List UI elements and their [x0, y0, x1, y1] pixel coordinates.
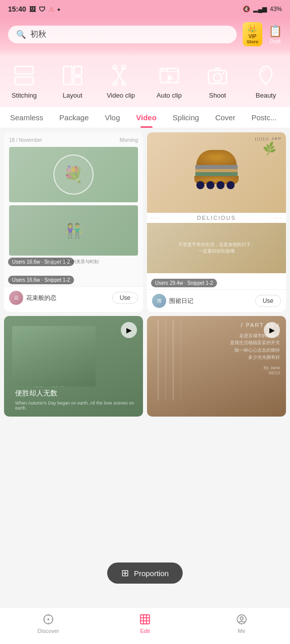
card2-badge: Users 29.4w · Snippet 1-2: [151, 279, 217, 287]
draft-label: Draft: [270, 39, 281, 44]
tools-row: Stitching Layout Video clip: [0, 56, 290, 107]
vip-crown-icon: 👑: [247, 24, 257, 34]
card4-part-label: / PART 01 /: [241, 322, 280, 328]
videoclip-label: Video clip: [107, 92, 135, 99]
card4-by: By Jane: [263, 365, 280, 370]
signal-icon: ▂▄▆: [253, 6, 267, 13]
edit-icon: [138, 613, 152, 626]
svg-point-17: [213, 73, 222, 82]
stitching-label: Stitching: [12, 92, 37, 99]
search-icon: 🔍: [16, 30, 26, 39]
card2-image-bottom: 不管是平常的生活，还是放假的日子。 一定要好好吃饭哦: [147, 223, 286, 273]
tab-package[interactable]: Package: [51, 107, 97, 128]
shoot-label: Shoot: [209, 92, 226, 99]
card-1: 18 / November Morning 💐 👫 收藏生活中的美景与时刻 Us…: [4, 132, 143, 312]
svg-point-18: [223, 72, 225, 74]
draft-button[interactable]: 📋 Draft: [268, 25, 282, 44]
discover-label: Discover: [38, 628, 59, 634]
shoot-icon: [204, 62, 231, 89]
mute-icon: 🔇: [243, 6, 250, 13]
card2-subtext1: 不管是平常的生活，还是放假的日子。: [178, 242, 255, 249]
vip-button[interactable]: 👑 VIP Store: [243, 22, 262, 46]
warning-icon: ⚠: [48, 6, 54, 13]
card1-badge: Users 16.6w · Snippet 1-2: [8, 276, 74, 284]
tool-autoclip[interactable]: Auto clip: [145, 62, 193, 99]
card2-use-button[interactable]: Use: [255, 295, 281, 307]
draft-icon: 📋: [268, 25, 282, 38]
svg-rect-4: [74, 77, 82, 85]
card4-wood-texture: [153, 320, 193, 403]
card2-author: 围 围裙日记: [152, 294, 193, 308]
videoclip-icon: [108, 62, 134, 89]
card3-play-button[interactable]: ▶: [121, 322, 137, 338]
layout-icon: [59, 62, 86, 89]
card1-avatar: 花: [9, 291, 23, 305]
card3-media: ▶ 金风玉露一相逢便胜却人无数 When Autumn's Day began …: [4, 316, 143, 417]
card1-media: 18 / November Morning 💐 👫 收藏生活中的美景与时刻: [4, 132, 143, 270]
card1-time: Morning: [120, 137, 138, 143]
status-bar: 15:40 🖼 🛡 ⚠ ● 🔇 ▂▄▆ 43%: [0, 0, 290, 18]
svg-point-35: [240, 617, 243, 620]
edit-label: Edit: [140, 628, 150, 634]
vip-label: VIP: [248, 34, 256, 39]
card1-footer: 花 花束般的恋 Use: [4, 286, 143, 309]
card2-footer: 围 围裙日记 Use: [147, 289, 286, 312]
card3-sub-text: When Autumn's Day began on earth. All th…: [15, 400, 137, 411]
search-box[interactable]: 🔍: [8, 26, 237, 43]
card1-image1: 💐: [9, 147, 138, 202]
beauty-icon: [253, 62, 279, 89]
svg-point-24: [48, 619, 49, 620]
tab-vlog[interactable]: Vlog: [97, 107, 128, 128]
tab-cover[interactable]: Cover: [207, 107, 243, 128]
beauty-label: Beauty: [256, 92, 276, 99]
card2-dots-row: · · · DELICIOUS · · ·: [147, 213, 286, 223]
svg-rect-1: [15, 77, 33, 85]
svg-rect-3: [74, 66, 82, 75]
card2-dots-left: · · ·: [151, 215, 159, 221]
card-4: ▶ / PART 01 / 走进古城市的咖啡厅是我生活稳稳妥妥的开关除一杯心心念…: [147, 316, 286, 417]
card-2: ||||||| JAP 🌿 · · · DELICIOUS: [147, 132, 286, 312]
tab-postcard[interactable]: Postc...: [243, 107, 284, 128]
proportion-icon: ⊞: [121, 568, 129, 579]
store-label: Store: [247, 39, 258, 44]
nav-discover[interactable]: Discover: [28, 613, 68, 634]
card1-badge: Users 16.6w · Snippet 1-2: [8, 258, 74, 266]
nav-edit[interactable]: Edit: [125, 613, 165, 634]
tab-bar: Seamless Package Vlog Video Splicing Cov…: [0, 107, 290, 128]
autoclip-icon: [156, 62, 182, 89]
nav-me[interactable]: Me: [222, 613, 262, 634]
card2-dots-right: · · ·: [274, 215, 282, 221]
card2-image-top: ||||||| JAP 🌿: [147, 132, 286, 213]
card4-body-text: 走进古城市的咖啡厅是我生活稳稳妥妥的开关除一杯心心念念的期待多少光光拥有好: [230, 332, 280, 361]
card4-date: 08/13: [268, 370, 280, 375]
tool-stitching[interactable]: Stitching: [0, 62, 48, 99]
svg-marker-15: [168, 74, 173, 82]
card1-author-name: 花束般的恋: [26, 294, 56, 302]
stitching-icon: [11, 62, 37, 89]
tab-seamless[interactable]: Seamless: [2, 107, 51, 128]
svg-point-13: [162, 69, 164, 71]
tool-videoclip[interactable]: Video clip: [97, 62, 145, 99]
card1-author: 花 花束般的恋: [9, 291, 56, 305]
shield-icon: 🛡: [39, 6, 45, 13]
search-input[interactable]: [30, 30, 229, 39]
card4-media: ▶ / PART 01 / 走进古城市的咖啡厅是我生活稳稳妥妥的开关除一杯心心念…: [147, 316, 286, 417]
herb-decoration: 🌿: [262, 140, 278, 156]
card1-use-button[interactable]: Use: [112, 292, 138, 304]
card-3: ▶ 金风玉露一相逢便胜却人无数 When Autumn's Day began …: [4, 316, 143, 417]
tab-video[interactable]: Video: [128, 107, 165, 128]
card2-avatar: 围: [152, 294, 166, 308]
proportion-label: Proportion: [134, 569, 169, 578]
proportion-tooltip[interactable]: ⊞ Proportion: [107, 562, 183, 584]
card2-author-name: 围裙日记: [169, 297, 193, 305]
me-label: Me: [238, 628, 245, 634]
tool-beauty[interactable]: Beauty: [242, 62, 290, 99]
tool-shoot[interactable]: Shoot: [193, 62, 242, 99]
tab-splicing[interactable]: Splicing: [165, 107, 207, 128]
time-display: 15:40: [8, 5, 26, 13]
battery-display: 43%: [270, 6, 282, 13]
burger-illustration: [191, 150, 242, 195]
svg-rect-0: [15, 66, 33, 74]
tool-layout[interactable]: Layout: [48, 62, 97, 99]
card2-barcode: ||||||| JAP: [255, 136, 282, 141]
